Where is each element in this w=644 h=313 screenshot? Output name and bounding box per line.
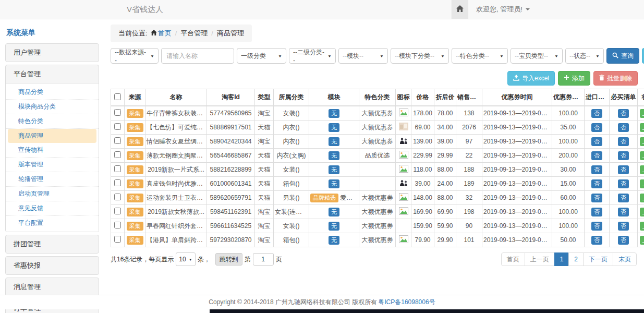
row-checkbox[interactable] (114, 194, 121, 200)
sidebar-subitem[interactable]: 宣传物料 (6, 143, 99, 158)
breadcrumb-home-link[interactable]: 首页 (158, 29, 172, 37)
sidebar-item-groupon[interactable]: 拼团管理 (6, 235, 99, 253)
module-select[interactable]: --模块--▼ (338, 48, 388, 64)
row-checkbox[interactable] (114, 123, 121, 130)
cell-sales: 188 (456, 163, 482, 177)
per-page-select[interactable]: 10 ▼ (176, 252, 195, 266)
must-buy-toggle-badge[interactable]: 否 (618, 123, 629, 132)
status-badge[interactable]: 上架 (640, 236, 644, 245)
sidebar-item-message[interactable]: 消息管理 (6, 278, 99, 296)
must-buy-toggle-badge[interactable]: 否 (618, 109, 629, 118)
must-buy-toggle-badge[interactable]: 否 (618, 194, 629, 202)
search-button[interactable]: 查询 (606, 48, 639, 64)
data-source-select[interactable]: --数据来源--▼ (111, 48, 159, 64)
must-buy-toggle-badge[interactable]: 否 (618, 151, 629, 160)
imported-toggle-badge[interactable]: 否 (591, 151, 602, 160)
sidebar-subitem[interactable]: 意见反馈 (6, 201, 99, 216)
status-badge[interactable]: 上架 (640, 222, 644, 231)
cell-module: 无 (309, 121, 359, 135)
page-button-首页[interactable]: 首页 (501, 252, 525, 266)
imported-toggle-badge[interactable]: 否 (591, 222, 602, 231)
must-buy-toggle-badge[interactable]: 否 (618, 165, 629, 174)
sidebar-subitem[interactable]: 轮播管理 (6, 172, 99, 187)
sidebar-subitem[interactable]: 模块商品分类 (6, 100, 99, 114)
cell-name: 【七色纺】可爱纯棉家... (145, 121, 207, 135)
must-buy-toggle-badge[interactable]: 否 (618, 137, 629, 146)
row-checkbox-cell (111, 177, 125, 191)
imported-toggle-badge[interactable]: 否 (591, 208, 602, 216)
icp-link[interactable]: 粤ICP备16098006号 (378, 298, 435, 307)
module-badge: 无 (329, 208, 339, 216)
row-checkbox[interactable] (114, 236, 121, 243)
status-badge[interactable]: 上架 (640, 179, 644, 188)
imported-toggle-badge[interactable]: 否 (591, 194, 602, 202)
row-checkbox[interactable] (114, 151, 121, 158)
status-badge[interactable]: 上架 (640, 165, 644, 174)
sidebar-subitem[interactable]: 商品分类 (6, 85, 99, 100)
add-button[interactable]: 添加 (558, 71, 590, 86)
row-checkbox[interactable] (114, 208, 121, 214)
page-button-1[interactable]: 1 (554, 252, 569, 266)
row-checkbox[interactable] (114, 222, 121, 228)
select-all-checkbox[interactable] (114, 93, 121, 100)
must-buy-toggle-badge[interactable]: 否 (618, 236, 629, 245)
table-row: 采集2019新款一片式系...588216228899天猫女装()无118.00… (111, 163, 644, 177)
must-buy-toggle-badge[interactable]: 否 (618, 208, 629, 216)
imported-toggle-badge[interactable]: 否 (591, 109, 602, 118)
module-badge: 无 (329, 236, 339, 245)
status-badge[interactable]: 上架 (640, 151, 644, 160)
reset-button[interactable]: 重置 (642, 48, 644, 64)
import-excel-button[interactable]: 导入excel (507, 71, 555, 86)
home-button[interactable] (452, 0, 468, 19)
imported-toggle-badge[interactable]: 否 (591, 123, 602, 132)
sidebar-item-user[interactable]: 用户管理 (6, 44, 99, 62)
cell-price: 148.00 (411, 191, 434, 205)
batch-delete-button[interactable]: 批量删除 (593, 71, 638, 86)
column-header-淘客Id: 淘客Id (207, 89, 255, 106)
sidebar-item-platform[interactable]: 平台管理 (6, 65, 99, 83)
user-menu[interactable]: 欢迎您, 管理员! (468, 0, 538, 19)
imported-toggle-badge[interactable]: 否 (591, 165, 602, 174)
row-checkbox[interactable] (114, 137, 121, 144)
status-select[interactable]: --状态--▼ (565, 48, 604, 64)
cell-imported: 否 (585, 177, 610, 191)
row-checkbox[interactable] (114, 109, 121, 116)
table-row: 采集薄款无钢圈文胸聚拢性...565446685867天猫内衣(文胸)无品质优选… (111, 149, 644, 163)
cell-category: 女装() (274, 163, 309, 177)
name-input[interactable] (161, 48, 234, 64)
must-buy-toggle-badge[interactable]: 否 (618, 179, 629, 188)
sidebar-item-express[interactable]: 省惠快报 (6, 257, 99, 274)
cell-discount-price: 88.00 (434, 191, 456, 205)
sidebar-subitem[interactable]: 启动页管理 (6, 187, 99, 201)
page-button-末页[interactable]: 末页 (613, 252, 637, 266)
level1-category-select[interactable]: 一级分类▼ (237, 48, 286, 64)
sidebar-subitem[interactable]: 版本管理 (6, 158, 99, 172)
cell-name: 早春网红针织外套女春... (145, 219, 207, 233)
status-badge[interactable]: 上架 (640, 109, 644, 118)
module-subcategory-select[interactable]: --模块下分类--▼ (391, 48, 449, 64)
page-button-下一页[interactable]: 下一页 (583, 252, 613, 266)
status-badge[interactable]: 上架 (640, 137, 644, 146)
page-button-上一页[interactable]: 上一页 (525, 252, 555, 266)
sidebar-subitem-active[interactable]: 商品管理 (8, 129, 96, 143)
sidebar-subitem[interactable]: 特色分类 (6, 114, 99, 129)
cell-coupon-time: 2019-09-13—2019-09-20 (482, 177, 552, 191)
imported-toggle-badge[interactable]: 否 (591, 236, 602, 245)
status-badge[interactable]: 上架 (640, 123, 644, 132)
cell-category: 箱包() (274, 177, 309, 191)
page-number-input[interactable] (253, 253, 274, 266)
jump-to-page-button[interactable]: 跳转到 (215, 253, 242, 266)
item-type-select[interactable]: --宝贝类型--▼ (511, 48, 563, 64)
status-badge[interactable]: 上架 (640, 194, 644, 202)
cell-imported: 否 (585, 163, 610, 177)
sidebar-subitem[interactable]: 平台配置 (6, 216, 99, 230)
row-checkbox[interactable] (114, 179, 121, 186)
row-checkbox[interactable] (114, 165, 121, 172)
level2-category-select[interactable]: --二级分类--▼ (289, 48, 336, 64)
imported-toggle-badge[interactable]: 否 (591, 179, 602, 188)
imported-toggle-badge[interactable]: 否 (591, 137, 602, 146)
feature-category-select[interactable]: --特色分类--▼ (452, 48, 508, 64)
page-button-2[interactable]: 2 (568, 252, 584, 266)
must-buy-toggle-badge[interactable]: 否 (618, 222, 629, 231)
status-badge[interactable]: 上架 (640, 208, 644, 216)
